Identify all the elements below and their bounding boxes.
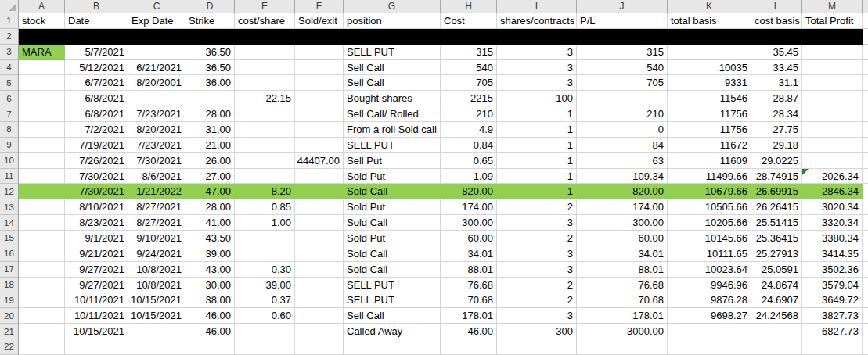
cell-K7[interactable]: 11756 — [668, 106, 751, 122]
cell-H7[interactable]: 210 — [441, 106, 497, 122]
cell-G5[interactable]: Sell Call — [344, 75, 441, 91]
cell-partial-5[interactable] — [863, 75, 868, 91]
cell-L21[interactable] — [751, 324, 802, 339]
cell-K13[interactable]: 10505.66 — [668, 199, 751, 215]
cell-B7[interactable]: 6/8/2021 — [65, 106, 128, 122]
cell-K16[interactable]: 10111.65 — [668, 246, 751, 262]
cell-M15[interactable]: 3380.34 — [802, 231, 863, 246]
cell-C11[interactable]: 8/6/2021 — [128, 169, 185, 185]
cell-J15[interactable]: 60.00 — [577, 231, 668, 246]
cell-I6[interactable]: 100 — [497, 91, 577, 106]
cell-E8[interactable] — [235, 122, 295, 138]
cell-J6[interactable] — [577, 91, 668, 106]
cell-E13[interactable]: 0.85 — [235, 199, 295, 215]
cell-C2[interactable] — [128, 29, 185, 45]
cell-F16[interactable] — [295, 246, 344, 262]
cell-L7[interactable]: 28.34 — [751, 106, 802, 122]
cell-I15[interactable]: 2 — [497, 231, 577, 246]
cell-F22[interactable] — [295, 339, 344, 355]
cell-C20[interactable]: 10/15/2021 — [128, 308, 185, 324]
cell-J7[interactable]: 210 — [577, 106, 668, 122]
cell-I17[interactable]: 3 — [497, 262, 577, 278]
cell-M9[interactable] — [802, 138, 863, 153]
column-header-F[interactable]: F — [295, 0, 344, 13]
cell-G20[interactable]: Sell Call — [344, 308, 441, 324]
cell-partial-22[interactable] — [863, 339, 868, 355]
cell-B16[interactable]: 9/21/2021 — [65, 246, 128, 262]
row-header-4[interactable]: 4 — [0, 60, 19, 76]
cell-partial-1[interactable] — [863, 13, 868, 29]
cell-L15[interactable]: 25.36415 — [751, 231, 802, 246]
column-header-D[interactable]: D — [185, 0, 235, 13]
cell-B6[interactable]: 6/8/2021 — [65, 91, 128, 106]
cell-G18[interactable]: SELL PUT — [344, 278, 441, 293]
row-header-19[interactable]: 19 — [0, 292, 19, 308]
cell-C12[interactable]: 1/21/2022 — [128, 184, 185, 199]
cell-G21[interactable]: Called Away — [344, 324, 441, 339]
column-header-E[interactable]: E — [235, 0, 295, 13]
cell-C19[interactable]: 10/15/2021 — [128, 292, 185, 308]
cell-G1[interactable]: position — [344, 13, 441, 29]
cell-F10[interactable]: 44407.00 — [295, 153, 344, 169]
cell-A13[interactable] — [19, 199, 65, 215]
cell-H4[interactable]: 540 — [441, 60, 497, 76]
cell-J16[interactable]: 34.01 — [577, 246, 668, 262]
column-header-H[interactable]: H — [441, 0, 497, 13]
cell-F12[interactable] — [295, 184, 344, 199]
cell-L13[interactable]: 26.26415 — [751, 199, 802, 215]
cell-B19[interactable]: 10/11/2021 — [65, 292, 128, 308]
cell-partial-18[interactable] — [863, 278, 868, 293]
cell-G10[interactable]: Sell Put — [344, 153, 441, 169]
cell-H16[interactable]: 34.01 — [441, 246, 497, 262]
select-all-corner[interactable] — [0, 0, 19, 13]
column-header-L[interactable]: L — [751, 0, 802, 13]
cell-D21[interactable]: 46.00 — [185, 324, 235, 339]
row-header-12[interactable]: 12 — [0, 184, 19, 199]
column-header-partial[interactable] — [863, 0, 868, 13]
cell-I20[interactable]: 3 — [497, 308, 577, 324]
cell-F7[interactable] — [295, 106, 344, 122]
cell-D16[interactable]: 39.00 — [185, 246, 235, 262]
cell-H19[interactable]: 70.68 — [441, 292, 497, 308]
cell-B5[interactable]: 6/7/2021 — [65, 75, 128, 91]
cell-D13[interactable]: 28.00 — [185, 199, 235, 215]
cell-partial-20[interactable] — [863, 308, 868, 324]
cell-F19[interactable] — [295, 292, 344, 308]
cell-K19[interactable]: 9876.28 — [668, 292, 751, 308]
row-header-3[interactable]: 3 — [0, 45, 19, 60]
cell-H9[interactable]: 0.84 — [441, 138, 497, 153]
cell-A21[interactable] — [19, 324, 65, 339]
cell-E10[interactable] — [235, 153, 295, 169]
cell-K4[interactable]: 10035 — [668, 60, 751, 76]
cell-A1[interactable]: stock — [19, 13, 65, 29]
cell-J2[interactable] — [577, 29, 668, 45]
cell-C6[interactable] — [128, 91, 185, 106]
column-header-B[interactable]: B — [65, 0, 128, 13]
cell-C21[interactable] — [128, 324, 185, 339]
cell-F4[interactable] — [295, 60, 344, 76]
cell-D2[interactable] — [185, 29, 235, 45]
cell-F3[interactable] — [295, 45, 344, 60]
cell-partial-7[interactable] — [863, 106, 868, 122]
cell-G9[interactable]: SELL PUT — [344, 138, 441, 153]
cell-K6[interactable]: 11546 — [668, 91, 751, 106]
cell-L6[interactable]: 28.87 — [751, 91, 802, 106]
cell-H15[interactable]: 60.00 — [441, 231, 497, 246]
cell-G15[interactable]: Sold Put — [344, 231, 441, 246]
cell-C4[interactable]: 6/21/2021 — [128, 60, 185, 76]
cell-M8[interactable] — [802, 122, 863, 138]
cell-M21[interactable]: 6827.73 — [802, 324, 863, 339]
cell-K10[interactable]: 11609 — [668, 153, 751, 169]
cell-E2[interactable] — [235, 29, 295, 45]
cell-C17[interactable]: 10/8/2021 — [128, 262, 185, 278]
cell-J20[interactable]: 178.01 — [577, 308, 668, 324]
cell-partial-9[interactable] — [863, 138, 868, 153]
cell-M17[interactable]: 3502.36 — [802, 262, 863, 278]
cell-partial-12[interactable] — [863, 184, 868, 199]
cell-F17[interactable] — [295, 262, 344, 278]
cell-I19[interactable]: 2 — [497, 292, 577, 308]
cell-E21[interactable] — [235, 324, 295, 339]
cell-B4[interactable]: 5/12/2021 — [65, 60, 128, 76]
cell-E17[interactable]: 0.30 — [235, 262, 295, 278]
cell-L18[interactable]: 24.8674 — [751, 278, 802, 293]
